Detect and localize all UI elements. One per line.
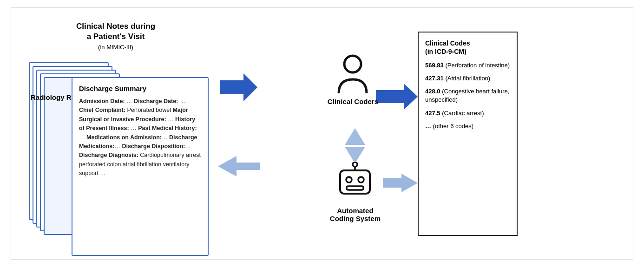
svg-marker-0 bbox=[220, 73, 257, 101]
robot-icon bbox=[336, 162, 374, 204]
clinical-notes-title: Clinical Notes during a Patient's Visit … bbox=[76, 21, 155, 52]
svg-marker-3 bbox=[345, 147, 365, 163]
clinical-coders-group: Clinical Coders bbox=[328, 54, 378, 105]
automated-coding-label: Automated Coding System bbox=[330, 207, 381, 222]
code-item-5: … (other 6 codes) bbox=[425, 122, 510, 130]
dashed-arrow-right-svg bbox=[383, 174, 418, 192]
clinical-coders-label: Clinical Coders bbox=[328, 98, 378, 105]
right-layout: Clinical Codes (in ICD-9-CM) 569.83 (Per… bbox=[418, 32, 525, 236]
discharge-summary-text: Admission Date: … Discharge Date: … Chie… bbox=[79, 97, 201, 178]
big-right-arrow-svg bbox=[220, 73, 257, 101]
code-item-2: 427.31 (Atrial fibrillation) bbox=[425, 74, 510, 83]
right-section: Clinical Codes (in ICD-9-CM) 569.83 (Per… bbox=[418, 17, 525, 250]
svg-marker-4 bbox=[218, 156, 260, 176]
dashed-right-arrow bbox=[383, 174, 418, 194]
svg-marker-12 bbox=[383, 174, 418, 192]
left-section: Clinical Notes during a Patient's Visit … bbox=[20, 17, 216, 250]
svg-point-8 bbox=[346, 177, 352, 182]
discharge-summary-box: Discharge Summary Admission Date: … Disc… bbox=[72, 77, 209, 256]
svg-rect-10 bbox=[347, 186, 363, 190]
exchange-arrows bbox=[345, 128, 365, 163]
code-item-1: 569.83 (Perforation of intestine) bbox=[425, 61, 510, 70]
code-item-4: 427.5 (Cardiac arrest) bbox=[425, 109, 510, 117]
main-diagram: Clinical Notes during a Patient's Visit … bbox=[11, 7, 633, 260]
svg-point-5 bbox=[353, 162, 357, 167]
codes-box: Clinical Codes (in ICD-9-CM) 569.83 (Per… bbox=[418, 32, 518, 236]
svg-point-1 bbox=[344, 56, 361, 72]
person-icon bbox=[336, 54, 369, 96]
svg-marker-2 bbox=[345, 128, 365, 145]
down-arrow-dashed bbox=[345, 147, 365, 163]
dashed-left-arrow-svg bbox=[218, 156, 260, 176]
up-arrow-dashed bbox=[345, 128, 365, 145]
svg-point-9 bbox=[358, 177, 364, 182]
arrow-notes-to-coders bbox=[220, 73, 257, 103]
discharge-summary-title: Discharge Summary bbox=[79, 85, 201, 92]
automated-coding-system-group: Automated Coding System bbox=[330, 162, 381, 222]
codes-title: Clinical Codes (in ICD-9-CM) bbox=[425, 39, 510, 56]
arrow-to-robot bbox=[218, 156, 260, 178]
middle-section: Clinical Coders bbox=[216, 17, 383, 250]
code-item-3: 428.0 (Congestive heart failure, unspeci… bbox=[425, 87, 510, 104]
